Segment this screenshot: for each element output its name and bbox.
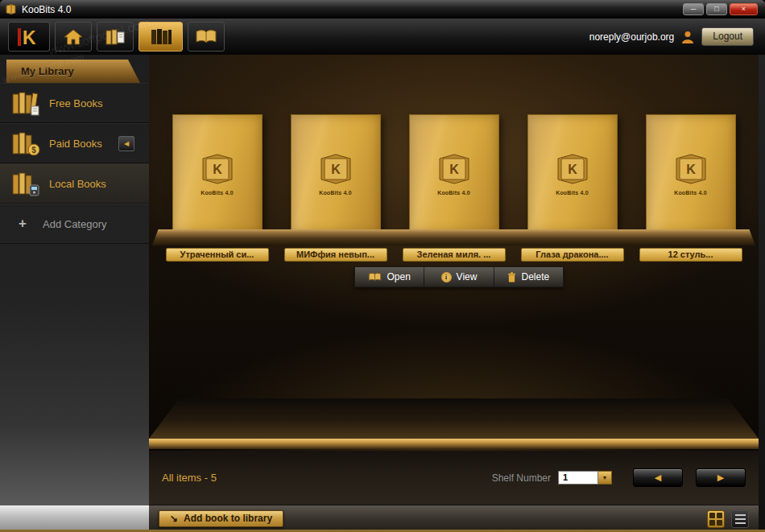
book-title-label[interactable]: МИФфия невып... bbox=[284, 248, 387, 262]
user-icon bbox=[680, 30, 695, 44]
grid-view-button[interactable] bbox=[707, 510, 725, 528]
book-cover-icon: K bbox=[316, 152, 355, 186]
book-title-label[interactable]: Зеленая миля. ... bbox=[403, 248, 506, 262]
window-frame-right bbox=[759, 55, 765, 532]
open-book-icon bbox=[195, 29, 217, 45]
sidebar-item-add-category[interactable]: + Add Category bbox=[0, 204, 149, 244]
shelf-number-dropdown[interactable]: 1 ▼ bbox=[558, 471, 612, 485]
shelf-ledge-bottom-front bbox=[149, 439, 759, 449]
book-cover[interactable]: K KooBits 4.0 bbox=[527, 114, 618, 233]
book-cover-icon: K bbox=[553, 152, 592, 186]
minimize-button[interactable]: ─ bbox=[683, 3, 704, 15]
book-labels-row: Утраченный си... МИФфия невып... Зеленая… bbox=[149, 248, 759, 262]
svg-text:K: K bbox=[568, 163, 577, 176]
sidebar-item-label: Free Books bbox=[49, 97, 102, 109]
home-icon bbox=[63, 28, 84, 46]
book-cover-icon: K bbox=[672, 152, 710, 186]
collapse-button[interactable]: ◀ bbox=[118, 136, 134, 151]
home-button[interactable] bbox=[55, 22, 92, 52]
trash-icon bbox=[507, 272, 516, 282]
menu-item-label: Delete bbox=[521, 271, 549, 282]
info-icon: i bbox=[441, 272, 452, 282]
app-icon bbox=[5, 3, 17, 15]
arrow-down-right-icon: ↘ bbox=[170, 513, 178, 524]
shelf-number-label: Shelf Number bbox=[492, 472, 551, 484]
svg-text:K: K bbox=[686, 163, 696, 176]
books-page-icon bbox=[105, 28, 126, 46]
sidebar-item-label: Add Category bbox=[43, 218, 107, 230]
close-button[interactable]: × bbox=[730, 3, 758, 15]
local-books-icon bbox=[10, 170, 41, 197]
all-items-count: All items - 5 bbox=[162, 472, 217, 484]
my-library-button[interactable] bbox=[139, 22, 183, 52]
svg-text:K: K bbox=[213, 163, 222, 176]
shelf-ledge-bottom-surface bbox=[149, 398, 759, 439]
book-cover-icon: K bbox=[435, 152, 473, 186]
menu-item-label: View bbox=[457, 271, 478, 282]
svg-text:K: K bbox=[331, 163, 341, 176]
book-title-label[interactable]: Глаза дракона.... bbox=[521, 248, 624, 262]
book-context-menu: Open i View Delete bbox=[354, 266, 564, 287]
book-title-label[interactable]: Утраченный си... bbox=[166, 248, 269, 262]
bookshelf-icon bbox=[149, 27, 173, 47]
bottom-bar-left bbox=[0, 505, 149, 532]
bottom-bar: ↘ Add book to library bbox=[149, 505, 759, 532]
menu-item-open[interactable]: Open bbox=[355, 267, 424, 287]
book-cover[interactable]: K KooBits 4.0 bbox=[646, 114, 736, 233]
sidebar-item-paid-books[interactable]: $ Paid Books ◀ bbox=[0, 123, 149, 163]
svg-text:$: $ bbox=[31, 146, 36, 155]
sidebar-item-free-books[interactable]: Free Books bbox=[0, 83, 149, 123]
sidebar-item-label: Local Books bbox=[49, 178, 106, 190]
svg-text:K: K bbox=[449, 163, 459, 176]
sidebar-item-label: Paid Books bbox=[49, 138, 102, 150]
sidebar: My Library Free Books bbox=[0, 55, 149, 505]
book-cover-icon: K bbox=[198, 152, 237, 186]
logout-button[interactable]: Logout bbox=[701, 27, 754, 46]
book-cover[interactable]: K KooBits 4.0 bbox=[409, 114, 499, 233]
title-bar: KooBits 4.0 ─ □ × bbox=[0, 0, 765, 19]
koobits-logo-icon: K bbox=[17, 26, 41, 48]
cover-label: KooBits 4.0 bbox=[201, 190, 234, 196]
cover-label: KooBits 4.0 bbox=[437, 190, 470, 196]
bookshelf-area: K KooBits 4.0 K KooBits 4.0 K KooBits 4.… bbox=[149, 55, 759, 451]
plus-icon: + bbox=[10, 216, 35, 232]
window-title: KooBits 4.0 bbox=[22, 4, 71, 15]
menu-item-label: Open bbox=[387, 271, 410, 282]
app-window: KooBits 4.0 ─ □ × K bbox=[0, 0, 765, 532]
next-shelf-button[interactable]: ▶ bbox=[696, 468, 746, 487]
shelf-ledge-top bbox=[152, 229, 755, 245]
paid-books-icon: $ bbox=[10, 130, 41, 157]
koobits-logo-button[interactable]: K bbox=[8, 22, 50, 52]
chevron-down-icon[interactable]: ▼ bbox=[598, 471, 612, 485]
free-books-icon bbox=[10, 89, 41, 117]
svg-text:K: K bbox=[23, 27, 36, 48]
reader-button[interactable] bbox=[188, 22, 225, 52]
status-bar: All items - 5 Shelf Number 1 ▼ ◀ ▶ bbox=[149, 451, 759, 505]
book-cover[interactable]: K KooBits 4.0 bbox=[291, 114, 381, 233]
bookstore-button[interactable] bbox=[97, 22, 134, 52]
list-view-button[interactable] bbox=[731, 510, 749, 528]
shelf-number-value: 1 bbox=[558, 471, 598, 485]
books-row: K KooBits 4.0 K KooBits 4.0 K KooBits 4.… bbox=[149, 114, 759, 233]
cover-label: KooBits 4.0 bbox=[319, 190, 352, 196]
maximize-button[interactable]: □ bbox=[706, 3, 727, 15]
cover-label: KooBits 4.0 bbox=[674, 190, 707, 196]
sidebar-item-local-books[interactable]: Local Books bbox=[0, 163, 149, 204]
main-toolbar: K bbox=[0, 19, 765, 55]
menu-item-delete[interactable]: Delete bbox=[494, 267, 563, 287]
open-book-icon bbox=[368, 272, 382, 282]
menu-item-view[interactable]: i View bbox=[424, 267, 494, 287]
book-title-label[interactable]: 12 стуль... bbox=[639, 248, 742, 262]
add-book-button[interactable]: ↘ Add book to library bbox=[159, 510, 283, 527]
cover-label: KooBits 4.0 bbox=[556, 190, 589, 196]
user-email: noreply@ourjob.org bbox=[589, 31, 675, 43]
sidebar-header: My Library bbox=[6, 60, 140, 83]
add-book-label: Add book to library bbox=[184, 513, 272, 524]
book-cover[interactable]: K KooBits 4.0 bbox=[172, 114, 263, 233]
previous-shelf-button[interactable]: ◀ bbox=[633, 468, 683, 487]
